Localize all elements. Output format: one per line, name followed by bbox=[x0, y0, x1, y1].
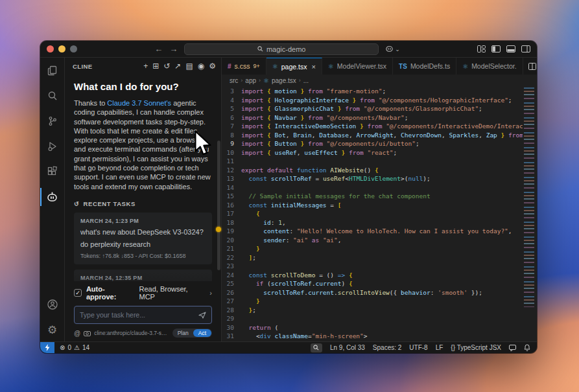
code-line[interactable]: 29 bbox=[222, 314, 523, 323]
toggle-panel-icon[interactable] bbox=[506, 45, 515, 52]
warning-icon[interactable]: ⚠ bbox=[74, 344, 80, 351]
tab-modeldefs[interactable]: TS ModelDefs.ts bbox=[393, 58, 456, 75]
code-line[interactable]: 9import { Button } from "@/components/ui… bbox=[222, 139, 523, 148]
breadcrumb[interactable]: src › app › ⚛ page.tsx › ... bbox=[222, 75, 537, 86]
forward-icon[interactable]: → bbox=[169, 45, 178, 53]
code-line[interactable]: 4import { HolographicInterface } from "@… bbox=[222, 96, 523, 105]
tab-modelselector[interactable]: ⚛ ModelSelector. bbox=[456, 58, 523, 75]
command-center-search[interactable]: magic-demo bbox=[184, 43, 379, 55]
history-icon[interactable]: ↺ bbox=[163, 62, 170, 70]
vscode-window: ← → magic-demo ⌄ bbox=[40, 41, 537, 353]
toggle-sidebar-icon[interactable] bbox=[491, 45, 501, 52]
cline-settings-icon[interactable]: ⚙ bbox=[209, 62, 216, 70]
cline-extension-icon[interactable] bbox=[45, 189, 60, 205]
code-line[interactable]: 6import { Navbar } from "@/components/Na… bbox=[222, 113, 523, 122]
task-card[interactable]: MARCH 24, 1:23 PM what's new about DeepS… bbox=[74, 213, 212, 264]
traffic-lights bbox=[47, 45, 77, 52]
cursor-position[interactable]: Ln 9, Col 33 bbox=[330, 344, 365, 351]
code-line[interactable]: 8import { Bot, Brain, Database, ArrowRig… bbox=[222, 131, 523, 140]
explorer-icon[interactable] bbox=[45, 63, 60, 78]
code-line[interactable]: 19 content: "Hello! Welcome to HoloTech.… bbox=[222, 227, 523, 236]
claude-link[interactable]: Claude 3.7 Sonnet's bbox=[107, 99, 171, 107]
code-line[interactable]: 26 scrollToRef.current.scrollIntoView({ … bbox=[222, 288, 523, 297]
breadcrumb-item[interactable]: src bbox=[230, 77, 238, 84]
code-line[interactable]: 20 sender: "ai" as "ai", bbox=[222, 236, 523, 245]
customize-layout-icon[interactable] bbox=[477, 45, 486, 52]
extensions-icon[interactable] bbox=[45, 164, 60, 179]
close-tab-icon[interactable]: × bbox=[311, 63, 315, 71]
tab-scss[interactable]: # s.css 9+ bbox=[222, 58, 266, 75]
breadcrumb-item[interactable]: page.tsx bbox=[272, 77, 296, 84]
toggle-secondary-sidebar-icon[interactable] bbox=[521, 45, 530, 52]
code-line[interactable]: 14 bbox=[222, 183, 523, 192]
lightbulb-icon[interactable] bbox=[216, 227, 221, 232]
code-line[interactable]: 30 return ( bbox=[222, 323, 523, 332]
copilot-menu[interactable]: ⌄ bbox=[385, 45, 400, 53]
code-line[interactable]: 11 bbox=[222, 157, 523, 166]
tab-page-tsx[interactable]: ⚛ page.tsx × bbox=[266, 58, 322, 75]
eol-sequence[interactable]: LF bbox=[436, 344, 443, 351]
plan-button[interactable]: Plan bbox=[173, 329, 193, 337]
source-control-icon[interactable] bbox=[45, 113, 60, 129]
sidebar-scrollbar[interactable] bbox=[217, 141, 220, 270]
indentation[interactable]: Spaces: 2 bbox=[373, 344, 401, 351]
zoom-window-button[interactable] bbox=[70, 45, 77, 52]
error-icon[interactable]: ⊗ bbox=[60, 344, 65, 351]
code-line[interactable]: 18 id: 1, bbox=[222, 218, 523, 227]
code-line[interactable]: 28 }; bbox=[222, 306, 523, 315]
code-line[interactable]: 31 <div className="min-h-screen"> bbox=[222, 332, 523, 341]
code-line[interactable]: 10import { useRef, useEffect } from "rea… bbox=[222, 148, 523, 157]
line-number: 21 bbox=[222, 244, 241, 253]
mcp-servers-icon[interactable]: ⊞ bbox=[152, 62, 159, 70]
split-editor-icon[interactable] bbox=[528, 63, 536, 70]
encoding[interactable]: UTF-8 bbox=[409, 344, 427, 351]
send-icon[interactable] bbox=[198, 312, 206, 319]
new-task-icon[interactable]: + bbox=[143, 62, 148, 70]
search-icon[interactable] bbox=[45, 88, 60, 104]
code-line[interactable]: 21 } bbox=[222, 244, 523, 253]
chevron-right-icon[interactable]: › bbox=[209, 289, 212, 297]
task-input[interactable]: Type your task here... bbox=[74, 306, 212, 324]
remote-indicator[interactable] bbox=[40, 342, 54, 353]
context-mention-icon[interactable]: @ bbox=[74, 330, 80, 337]
code-line[interactable]: 17 { bbox=[222, 209, 523, 218]
docs-icon[interactable]: ▤ bbox=[185, 62, 193, 70]
minimize-window-button[interactable] bbox=[58, 45, 65, 52]
code-line[interactable]: 32 {/* Navbar */} bbox=[222, 341, 523, 342]
sidebar-bottom: ✓ Auto-approve: Read, Browser, MCP › Typ… bbox=[65, 281, 221, 341]
code-line[interactable]: 27 } bbox=[222, 297, 523, 306]
model-id[interactable]: cline:anthropic/claude-3.7-sonnet bbox=[94, 330, 169, 336]
minimap[interactable] bbox=[523, 86, 537, 341]
task-card[interactable]: MARCH 24, 12:35 PM Fix the following cod… bbox=[74, 270, 212, 281]
run-debug-icon[interactable] bbox=[45, 139, 60, 154]
breadcrumb-item[interactable]: ... bbox=[303, 77, 309, 84]
cline-account-icon[interactable]: ◉ bbox=[198, 62, 204, 70]
settings-gear-icon[interactable]: ⚙ bbox=[45, 322, 60, 338]
code-line[interactable]: 15 // Sample initial messages for the ch… bbox=[222, 192, 523, 201]
code-line[interactable]: 7import { InteractiveDemoSection } from … bbox=[222, 122, 523, 131]
code-line[interactable]: 3import { motion } from "framer-motion"; bbox=[222, 87, 523, 96]
error-count[interactable]: 0 bbox=[67, 344, 71, 351]
warning-count[interactable]: 14 bbox=[82, 344, 89, 351]
language-mode[interactable]: {} TypeScript JSX bbox=[451, 344, 501, 351]
code-line[interactable]: 23 bbox=[222, 262, 523, 271]
code-line[interactable]: 16 const initialMessages = [ bbox=[222, 201, 523, 210]
code-line[interactable]: 12export default function AIWebsite() { bbox=[222, 166, 523, 175]
close-window-button[interactable] bbox=[47, 45, 54, 52]
breadcrumb-item[interactable]: app bbox=[245, 77, 256, 84]
back-icon[interactable]: ← bbox=[154, 45, 163, 53]
auto-approve-checkbox[interactable]: ✓ bbox=[74, 289, 82, 297]
code-line[interactable]: 25 if (scrollToRef.current) { bbox=[222, 279, 523, 288]
account-icon[interactable] bbox=[45, 297, 60, 312]
auto-approve-row[interactable]: ✓ Auto-approve: Read, Browser, MCP › bbox=[74, 285, 212, 301]
code-line[interactable]: 13 const scrollToRef = useRef<HTMLDivEle… bbox=[222, 174, 523, 183]
feedback-icon[interactable] bbox=[509, 345, 516, 351]
code-line[interactable]: 24 const scrollToDemo = () => { bbox=[222, 271, 523, 280]
tab-modelviewer[interactable]: ⚛ ModelViewer.tsx bbox=[322, 58, 393, 75]
act-button[interactable]: Act bbox=[193, 329, 211, 337]
bell-icon[interactable] bbox=[524, 344, 530, 351]
code-line[interactable]: 22 ]; bbox=[222, 253, 523, 262]
open-in-editor-icon[interactable]: ↗ bbox=[174, 62, 181, 70]
code-line[interactable]: 5import { GlassmorphicChat } from "@/com… bbox=[222, 104, 523, 113]
screenshot-icon[interactable] bbox=[84, 330, 91, 336]
